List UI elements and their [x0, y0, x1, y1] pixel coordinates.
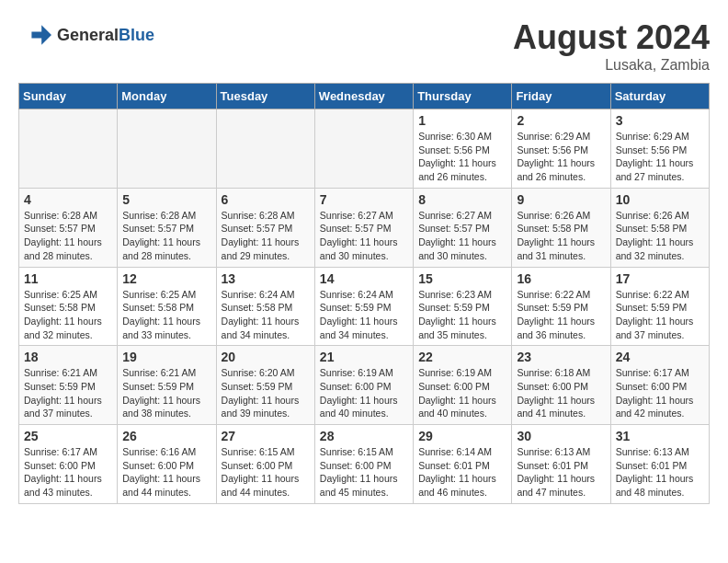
calendar-day [19, 109, 118, 189]
day-number: 22 [418, 350, 506, 364]
day-number: 29 [418, 429, 506, 443]
day-info: Sunrise: 6:17 AMSunset: 6:00 PMDaylight:… [616, 366, 704, 420]
calendar-day: 31Sunrise: 6:13 AMSunset: 6:01 PMDayligh… [610, 425, 709, 504]
day-number: 21 [320, 350, 408, 364]
calendar-day: 12Sunrise: 6:25 AMSunset: 5:58 PMDayligh… [118, 267, 216, 346]
day-info: Sunrise: 6:26 AMSunset: 5:58 PMDaylight:… [517, 209, 605, 263]
day-info: Sunrise: 6:22 AMSunset: 5:59 PMDaylight:… [616, 288, 704, 342]
location: Lusaka, Zambia [513, 57, 710, 74]
calendar-day: 5Sunrise: 6:28 AMSunset: 5:57 PMDaylight… [118, 188, 216, 267]
day-info: Sunrise: 6:14 AMSunset: 6:01 PMDaylight:… [418, 445, 506, 500]
calendar-day: 9Sunrise: 6:26 AMSunset: 5:58 PMDaylight… [512, 188, 610, 267]
col-header-sunday: Sunday [19, 84, 118, 109]
calendar-day: 28Sunrise: 6:15 AMSunset: 6:00 PMDayligh… [314, 425, 413, 504]
calendar-day: 10Sunrise: 6:26 AMSunset: 5:58 PMDayligh… [610, 188, 709, 267]
calendar-day: 19Sunrise: 6:21 AMSunset: 5:59 PMDayligh… [118, 346, 216, 425]
day-info: Sunrise: 6:13 AMSunset: 6:01 PMDaylight:… [616, 445, 704, 500]
calendar-day [118, 109, 216, 189]
day-number: 17 [616, 271, 704, 286]
calendar-day: 29Sunrise: 6:14 AMSunset: 6:01 PMDayligh… [414, 425, 512, 504]
col-header-tuesday: Tuesday [216, 84, 314, 109]
day-number: 31 [616, 429, 704, 443]
calendar-day: 4Sunrise: 6:28 AMSunset: 5:57 PMDaylight… [19, 188, 118, 267]
logo: GeneralBlue [18, 18, 154, 52]
day-info: Sunrise: 6:24 AMSunset: 5:58 PMDaylight:… [222, 288, 310, 342]
day-info: Sunrise: 6:19 AMSunset: 6:00 PMDaylight:… [418, 366, 506, 420]
day-info: Sunrise: 6:17 AMSunset: 6:00 PMDaylight:… [24, 445, 112, 500]
calendar-day: 23Sunrise: 6:18 AMSunset: 6:00 PMDayligh… [512, 346, 610, 425]
calendar-day: 8Sunrise: 6:27 AMSunset: 5:57 PMDaylight… [414, 188, 512, 267]
day-number: 15 [418, 271, 506, 286]
page-header: GeneralBlue August 2024 Lusaka, Zambia [18, 18, 710, 74]
day-info: Sunrise: 6:16 AMSunset: 6:00 PMDaylight:… [122, 445, 210, 500]
day-info: Sunrise: 6:13 AMSunset: 6:01 PMDaylight:… [517, 445, 605, 500]
day-number: 13 [222, 271, 310, 286]
calendar-day [314, 109, 413, 189]
calendar-day: 3Sunrise: 6:29 AMSunset: 5:56 PMDaylight… [610, 109, 709, 189]
day-info: Sunrise: 6:29 AMSunset: 5:56 PMDaylight:… [517, 130, 605, 184]
calendar-day: 22Sunrise: 6:19 AMSunset: 6:00 PMDayligh… [414, 346, 512, 425]
day-number: 9 [517, 192, 605, 207]
calendar-day: 15Sunrise: 6:23 AMSunset: 5:59 PMDayligh… [414, 267, 512, 346]
col-header-thursday: Thursday [414, 84, 512, 109]
day-number: 5 [122, 192, 210, 207]
day-info: Sunrise: 6:25 AMSunset: 5:58 PMDaylight:… [24, 288, 112, 342]
col-header-saturday: Saturday [610, 84, 709, 109]
logo-icon [18, 18, 51, 52]
calendar-day: 30Sunrise: 6:13 AMSunset: 6:01 PMDayligh… [512, 425, 610, 504]
calendar-day: 21Sunrise: 6:19 AMSunset: 6:00 PMDayligh… [314, 346, 413, 425]
day-info: Sunrise: 6:22 AMSunset: 5:59 PMDaylight:… [517, 288, 605, 342]
day-info: Sunrise: 6:15 AMSunset: 6:00 PMDaylight:… [222, 445, 310, 500]
calendar-day: 27Sunrise: 6:15 AMSunset: 6:00 PMDayligh… [216, 425, 314, 504]
day-number: 8 [418, 192, 506, 207]
calendar-week-1: 1Sunrise: 6:30 AMSunset: 5:56 PMDaylight… [19, 109, 710, 189]
day-number: 18 [24, 350, 112, 364]
calendar-day: 25Sunrise: 6:17 AMSunset: 6:00 PMDayligh… [19, 425, 118, 504]
day-number: 6 [222, 192, 310, 207]
day-number: 11 [24, 271, 112, 286]
day-number: 28 [320, 429, 408, 443]
day-number: 23 [517, 350, 605, 364]
day-number: 19 [122, 350, 210, 364]
day-number: 16 [517, 271, 605, 286]
day-number: 30 [517, 429, 605, 443]
day-info: Sunrise: 6:28 AMSunset: 5:57 PMDaylight:… [122, 209, 210, 263]
day-info: Sunrise: 6:18 AMSunset: 6:00 PMDaylight:… [517, 366, 605, 420]
col-header-wednesday: Wednesday [314, 84, 413, 109]
day-info: Sunrise: 6:28 AMSunset: 5:57 PMDaylight:… [24, 209, 112, 263]
calendar-week-2: 4Sunrise: 6:28 AMSunset: 5:57 PMDaylight… [19, 188, 710, 267]
day-info: Sunrise: 6:28 AMSunset: 5:57 PMDaylight:… [222, 209, 310, 263]
calendar-day: 1Sunrise: 6:30 AMSunset: 5:56 PMDaylight… [414, 109, 512, 189]
title-block: August 2024 Lusaka, Zambia [513, 18, 710, 74]
logo-blue: Blue [119, 26, 154, 44]
calendar-table: SundayMondayTuesdayWednesdayThursdayFrid… [18, 83, 710, 504]
day-info: Sunrise: 6:29 AMSunset: 5:56 PMDaylight:… [616, 130, 704, 184]
calendar-week-4: 18Sunrise: 6:21 AMSunset: 5:59 PMDayligh… [19, 346, 710, 425]
day-info: Sunrise: 6:21 AMSunset: 5:59 PMDaylight:… [122, 366, 210, 420]
calendar-day: 7Sunrise: 6:27 AMSunset: 5:57 PMDaylight… [314, 188, 413, 267]
day-number: 2 [517, 113, 605, 128]
calendar-week-3: 11Sunrise: 6:25 AMSunset: 5:58 PMDayligh… [19, 267, 710, 346]
day-number: 12 [122, 271, 210, 286]
day-info: Sunrise: 6:19 AMSunset: 6:00 PMDaylight:… [320, 366, 408, 420]
day-number: 24 [616, 350, 704, 364]
day-number: 20 [222, 350, 310, 364]
day-number: 10 [616, 192, 704, 207]
day-number: 1 [418, 113, 506, 128]
calendar-day: 6Sunrise: 6:28 AMSunset: 5:57 PMDaylight… [216, 188, 314, 267]
day-info: Sunrise: 6:20 AMSunset: 5:59 PMDaylight:… [222, 366, 310, 420]
day-number: 3 [616, 113, 704, 128]
month-year: August 2024 [513, 18, 710, 57]
day-info: Sunrise: 6:26 AMSunset: 5:58 PMDaylight:… [616, 209, 704, 263]
logo-general: General [57, 26, 119, 44]
calendar-header-row: SundayMondayTuesdayWednesdayThursdayFrid… [19, 84, 710, 109]
day-number: 4 [24, 192, 112, 207]
calendar-day: 16Sunrise: 6:22 AMSunset: 5:59 PMDayligh… [512, 267, 610, 346]
day-number: 7 [320, 192, 408, 207]
calendar-day: 26Sunrise: 6:16 AMSunset: 6:00 PMDayligh… [118, 425, 216, 504]
day-number: 27 [222, 429, 310, 443]
col-header-monday: Monday [118, 84, 216, 109]
day-number: 14 [320, 271, 408, 286]
calendar-day: 20Sunrise: 6:20 AMSunset: 5:59 PMDayligh… [216, 346, 314, 425]
day-number: 26 [122, 429, 210, 443]
